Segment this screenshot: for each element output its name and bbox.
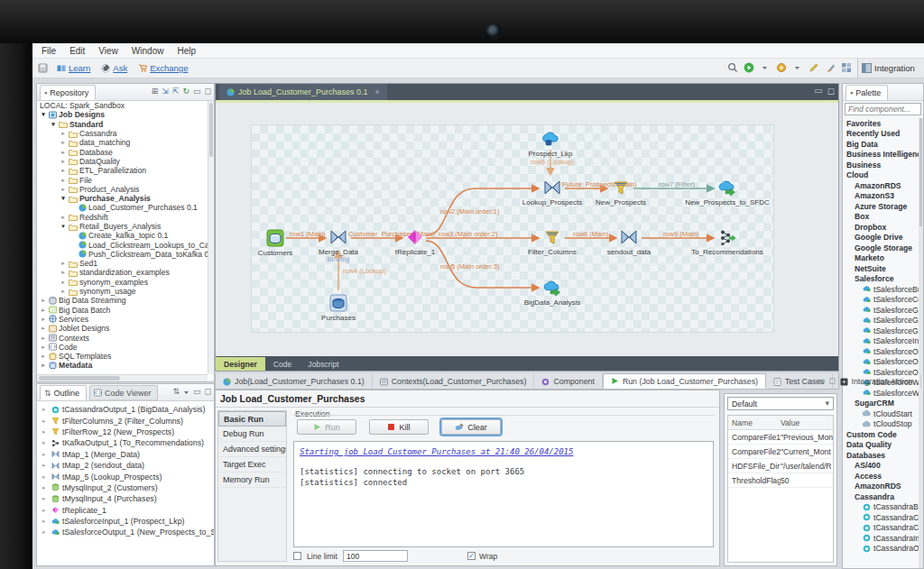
maximize-icon[interactable]: ◻ [205,387,211,398]
toolbar-link-exchange[interactable]: Exchange [138,63,188,73]
collapsed-arrow-icon[interactable]: ▸ [40,325,47,332]
tree-item[interactable]: Push_Clickstream_Data_toKafka 0.1 [37,250,208,259]
maximize-icon[interactable]: ◻ [205,87,211,96]
collapsed-arrow-icon[interactable]: ▸ [42,495,49,502]
palette-list[interactable]: FavoritesRecently UsedBig DataBusiness I… [843,118,919,568]
refresh-icon[interactable]: ↻ [182,87,189,96]
editor-bottom-tab-jobscript[interactable]: Jobscript [300,357,346,371]
menu-window[interactable]: Window [132,46,164,56]
maximize-icon[interactable]: ◻ [827,86,835,96]
import-icon[interactable]: ⇲ [162,87,169,96]
collapsed-arrow-icon[interactable]: ▸ [42,428,49,436]
palette-category[interactable]: AmazonS3 [843,191,919,202]
tree-item[interactable]: ▸Sed1 [37,259,208,268]
palette-category[interactable]: AS/400 [843,461,919,472]
toolbar-link-learn[interactable]: Learn [57,63,90,73]
collapsed-arrow-icon[interactable]: ▸ [42,439,49,446]
menu-edit[interactable]: Edit [69,46,85,56]
palette-component[interactable]: tCloudStart [843,408,919,419]
tree-item[interactable]: ▸Contexts [37,333,208,342]
line-limit-checkbox[interactable] [293,552,301,560]
palette-category[interactable]: Google Drive [843,233,919,243]
palette-component[interactable]: tCloudStop [843,419,919,430]
tab-palette[interactable]: ▪ Palette [845,85,888,100]
palette-category[interactable]: AmazonRDS [843,180,919,191]
palette-category[interactable]: Access [843,471,919,482]
tree-item[interactable]: ▸DataQuality [37,157,208,166]
tree-item[interactable]: Load_Customer_Purchases 0.1 [37,203,208,212]
job-node-replicate[interactable]: tReplicate_1 [365,228,465,256]
run-nav-advanced-settings[interactable]: Advanced settings [218,442,286,457]
wrap-checkbox[interactable]: ✓ [467,552,476,560]
job-node-bigdata_analysis[interactable]: BigData_Analysis [503,279,602,307]
palette-component[interactable]: tSalesforceGetDeleted [843,305,919,316]
palette-component[interactable]: tCassandraClose [843,512,919,523]
repository-tree[interactable]: LOCAL: Spark_Sandbox ▾Job Designs▾Standa… [37,101,208,374]
palette-category[interactable]: Big Data [843,139,919,150]
collapsed-arrow-icon[interactable]: ▸ [40,362,47,369]
collapsed-arrow-icon[interactable]: ▸ [42,462,49,469]
palette-component[interactable]: tCassandraBulkExec [843,502,919,513]
sort-icon[interactable]: ⇅ [172,387,180,398]
outline-item[interactable]: ▸tMysqlInput_2 (Customers) [37,482,214,493]
collapsed-arrow-icon[interactable]: ▸ [60,279,67,286]
outline-item[interactable]: ▸tMap_1 (Merge_Data) [37,449,214,460]
outline-item[interactable]: ▸tMysqlInput_4 (Purchases) [37,493,214,504]
tree-item[interactable]: Load_Clickstream_Lookups_to_Cassandr [37,240,208,249]
palette-category[interactable]: Salesforce [843,274,919,285]
collapsed-arrow-icon[interactable]: ▸ [42,484,49,491]
palette-category[interactable]: Business [843,160,919,170]
tree-item[interactable]: ▸Product_Analysis [37,185,208,194]
tree-item[interactable]: ▾Standard [37,120,208,129]
view-tab-component[interactable]: Component [534,374,602,389]
palette-category[interactable]: Recently Used [843,129,919,140]
palette-scrollbar[interactable] [919,118,923,568]
line-limit-input[interactable] [343,550,408,562]
component-wheel-icon[interactable] [775,61,787,73]
palette-category[interactable]: Cloud [843,170,919,181]
collapsed-arrow-icon[interactable]: ▸ [42,451,49,458]
editor-tab-job[interactable]: Job Load_Customer_Purchases 0.1 × [219,84,387,100]
palette-component[interactable]: tCassandraInput [843,533,919,544]
collapsed-arrow-icon[interactable]: ▸ [60,177,67,184]
outline-item[interactable]: ▸tMap_2 (sendout_data) [37,460,214,471]
run-nav-basic-run[interactable]: Basic Run [218,411,286,427]
repository-hscrollbar[interactable] [37,374,208,381]
job-node-purchases[interactable]: Purchases [289,294,388,322]
outline-item[interactable]: ▸tFilterRow_12 (New_Prospects) [37,427,214,437]
export-icon[interactable]: ⇱ [172,87,180,96]
collapsed-arrow-icon[interactable]: ▸ [60,167,67,174]
tree-item[interactable]: ▸ETL_Parallelization [37,166,208,175]
view-tab-job[interactable]: Job(Load_Customer_Purchases 0.1) [216,374,373,389]
run-nav-debug-run[interactable]: Debug Run [218,427,286,442]
tree-item[interactable]: ▾Retail_Buyers_Analysis [37,222,208,231]
tree-item[interactable]: ▾Job Designs [37,110,208,119]
tree-item[interactable]: ▸synonym_usage [37,287,208,296]
job-node-new_prospects[interactable]: New_Prospects [571,179,670,206]
tab-repository[interactable]: ▪ Repository [40,85,96,100]
collapsed-arrow-icon[interactable]: ▸ [42,528,49,536]
close-icon[interactable]: × [375,87,380,96]
palette-component[interactable]: tSalesforceConnection [843,295,919,306]
collapsed-arrow-icon[interactable]: ▸ [40,316,47,323]
toolbar-link-ask[interactable]: Ask [101,63,127,73]
save-icon[interactable] [38,63,48,73]
tab-outline[interactable]: ⇅Outline [40,385,87,400]
palette-category[interactable]: SugarCRM [843,399,919,409]
context-row[interactable]: CompareFile2"Current_Mont [728,445,833,459]
tree-item[interactable]: ▾Purchase_Analysis [37,194,208,203]
palette-component[interactable]: tSalesforceBulkExec [843,284,919,295]
outline-item[interactable]: ▸tSalesforceOutput_1 (New_Prospects_to_S… [37,527,214,537]
job-node-prospect_lkp[interactable]: Prospect_Lkp [501,130,600,158]
collapsed-arrow-icon[interactable]: ▸ [60,149,67,156]
caret-icon[interactable] [791,61,803,73]
run-green-icon[interactable] [743,61,754,73]
palette-category[interactable]: Custom Code [843,429,919,440]
menu-view[interactable]: View [98,46,118,56]
collapsed-arrow-icon[interactable]: ▸ [42,507,49,514]
collapsed-arrow-icon[interactable]: ▸ [40,344,47,351]
tree-item[interactable]: ▸Database [37,147,208,156]
palette-component[interactable]: tSalesforceWaveOutputBulkExec [843,388,919,399]
collapsed-arrow-icon[interactable]: ▸ [42,418,49,425]
context-row[interactable]: HDFSFile_Dir"/user/talend/R [728,459,833,473]
